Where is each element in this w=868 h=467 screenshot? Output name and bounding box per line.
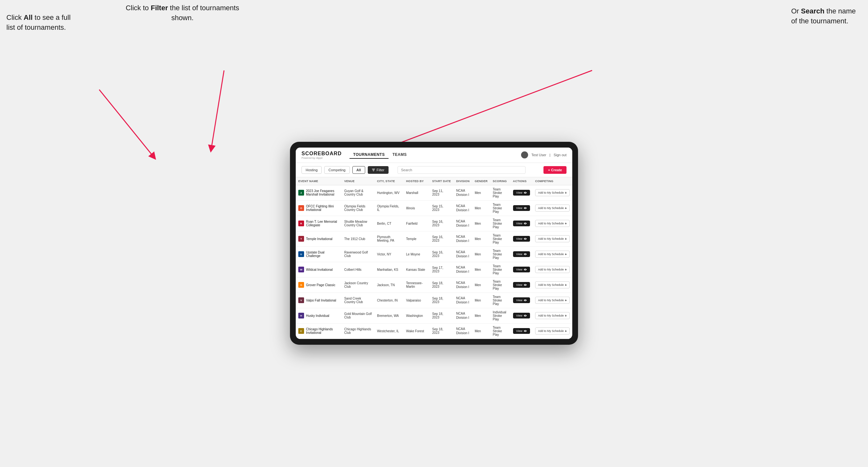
event-title: Ryan T. Lee Memorial Collegiate (306, 220, 339, 227)
col-event-name: EVENT NAME (296, 177, 341, 185)
start-date-cell: Sep 18, 2023 (430, 277, 454, 292)
add-to-schedule-button[interactable]: Add to My Schedule + (535, 235, 570, 242)
venue-cell: Chicago Highlands Club (341, 323, 374, 339)
filter-button[interactable]: Filter (368, 166, 389, 174)
view-button[interactable]: View (513, 236, 530, 242)
team-logo: R (298, 221, 304, 226)
add-to-schedule-button[interactable]: Add to My Schedule + (535, 189, 570, 196)
scoring-cell: TeamStroke Play (490, 262, 510, 277)
division-cell: NCAADivision I (454, 277, 472, 292)
sign-out-link[interactable]: Sign out (554, 153, 566, 157)
team-logo: U (298, 251, 304, 257)
event-name-cell: W Wildcat Invitational (296, 262, 341, 277)
eye-icon (524, 237, 527, 240)
hosted-by-cell: Le Moyne (404, 246, 430, 262)
division-cell: NCAADivision I (454, 200, 472, 216)
actions-cell: View (510, 185, 533, 200)
table-container: EVENT NAME VENUE CITY, STATE HOSTED BY S… (296, 177, 572, 339)
gender-cell: Men (472, 185, 490, 200)
city-state-cell: Manhattan, KS (374, 262, 404, 277)
city-state-cell: Huntington, WV (374, 185, 404, 200)
header-right: Test User | Sign out (521, 151, 566, 158)
division-cell: NCAADivision I (454, 292, 472, 308)
venue-cell: The 1912 Club (341, 231, 374, 246)
add-to-schedule-button[interactable]: Add to My Schedule + (535, 297, 570, 304)
plus-icon: + (565, 329, 567, 333)
event-title: Upstate Dual Challenge (306, 251, 339, 258)
view-button[interactable]: View (513, 298, 530, 303)
tab-competing[interactable]: Competing (324, 166, 349, 174)
add-to-schedule-button[interactable]: Add to My Schedule + (535, 328, 570, 335)
eye-icon (524, 283, 527, 286)
scoring-cell: TeamStroke Play (490, 292, 510, 308)
nav-tab-teams[interactable]: TEAMS (389, 151, 411, 159)
nav-tabs: TOURNAMENTS TEAMS (349, 151, 521, 159)
add-to-schedule-button[interactable]: Add to My Schedule + (535, 312, 570, 319)
view-button[interactable]: View (513, 328, 530, 334)
view-button[interactable]: View (513, 282, 530, 288)
city-state-cell: Plymouth Meeting, PA (374, 231, 404, 246)
view-button[interactable]: View (513, 267, 530, 272)
add-to-schedule-button[interactable]: Add to My Schedule + (535, 281, 570, 288)
plus-icon: + (565, 191, 567, 195)
user-name: Test User (531, 153, 546, 157)
view-button[interactable]: View (513, 190, 530, 195)
view-button[interactable]: View (513, 205, 530, 211)
add-to-schedule-button[interactable]: Add to My Schedule + (535, 205, 570, 212)
add-to-schedule-button[interactable]: Add to My Schedule + (535, 266, 570, 273)
team-logo: T (298, 236, 304, 242)
create-button[interactable]: + Create (544, 166, 566, 174)
start-date-cell: Sep 15, 2023 (430, 200, 454, 216)
division-cell: NCAADivision I (454, 216, 472, 231)
gender-cell: Men (472, 231, 490, 246)
col-start-date: START DATE (430, 177, 454, 185)
hosted-by-cell: Washington (404, 308, 430, 323)
event-title: Grover Page Classic (306, 283, 335, 287)
start-date-cell: Sep 16, 2023 (430, 246, 454, 262)
actions-cell: View (510, 277, 533, 292)
tab-hosting[interactable]: Hosting (302, 166, 322, 174)
add-to-schedule-button[interactable]: Add to My Schedule + (535, 251, 570, 258)
plus-icon: + (565, 237, 567, 241)
logo-text: SCOREBOARD (302, 151, 342, 157)
gender-cell: Men (472, 200, 490, 216)
tab-all[interactable]: All (352, 166, 365, 174)
col-hosted-by: HOSTED BY (404, 177, 430, 185)
nav-tab-tournaments[interactable]: TOURNAMENTS (349, 151, 389, 159)
add-to-schedule-button[interactable]: Add to My Schedule + (535, 220, 570, 227)
view-button[interactable]: View (513, 313, 530, 318)
col-actions: ACTIONS (510, 177, 533, 185)
start-date-cell: Sep 16, 2023 (430, 231, 454, 246)
view-button[interactable]: View (513, 221, 530, 226)
search-input[interactable] (398, 166, 526, 174)
team-logo: 2 (298, 190, 304, 195)
eye-icon (524, 207, 527, 210)
table-row: T Temple Invitational The 1912 ClubPlymo… (296, 231, 572, 246)
hosted-by-cell: Kansas State (404, 262, 430, 277)
actions-cell: View (510, 308, 533, 323)
tournaments-table: EVENT NAME VENUE CITY, STATE HOSTED BY S… (296, 177, 572, 339)
venue-cell: Guyan Golf & Country Club (341, 185, 374, 200)
table-row: U Upstate Dual Challenge Ravenwood Golf … (296, 246, 572, 262)
logo-area: SCOREBOARD Powered by clippd (302, 151, 342, 159)
gender-cell: Men (472, 292, 490, 308)
start-date-cell: Sep 16, 2023 (430, 216, 454, 231)
table-header-row: EVENT NAME VENUE CITY, STATE HOSTED BY S… (296, 177, 572, 185)
venue-cell: Gold Mountain Golf Club (341, 308, 374, 323)
team-logo: O (298, 205, 304, 211)
col-competing: COMPETING (533, 177, 572, 185)
table-row: W Wildcat Invitational Colbert HillsManh… (296, 262, 572, 277)
app-header: SCOREBOARD Powered by clippd TOURNAMENTS… (296, 148, 572, 163)
scoring-cell: TeamStroke Play (490, 200, 510, 216)
city-state-cell: Victor, NY (374, 246, 404, 262)
annotation-top-right: Or Search the name of the tournament. (791, 6, 862, 26)
eye-icon (524, 330, 527, 333)
annotation-top-left: Click All to see a full list of tourname… (6, 13, 77, 33)
plus-icon: + (565, 252, 567, 256)
view-button[interactable]: View (513, 251, 530, 257)
filter-icon (372, 168, 375, 172)
hosted-by-cell: Valparaiso (404, 292, 430, 308)
city-state-cell: Olympia Fields, IL (374, 200, 404, 216)
team-logo: C (298, 328, 304, 334)
separator: | (550, 153, 551, 157)
